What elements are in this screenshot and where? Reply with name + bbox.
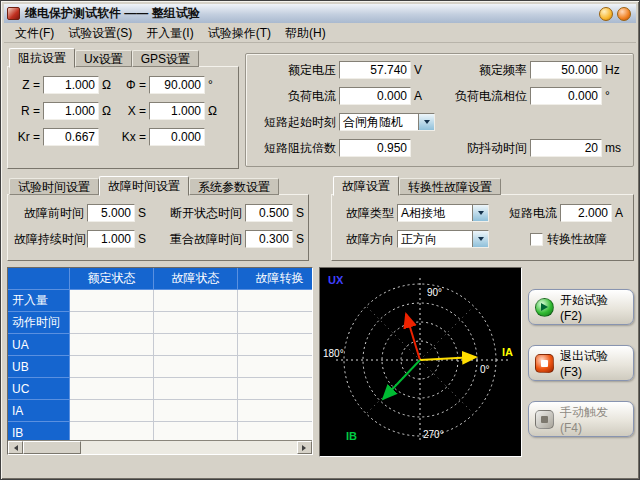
kr-input[interactable]: 0.667 xyxy=(43,128,99,146)
impedance-panel: 阻抗设置 Ux设置 GPS设置 Z = 1.000 Ω Φ = 90.000 °… xyxy=(7,47,239,169)
tab-gps[interactable]: GPS设置 xyxy=(132,50,199,67)
fault-type-value: A相接地 xyxy=(398,205,472,221)
manual-trigger-icon xyxy=(535,410,554,429)
debounce-time-input[interactable]: 20 xyxy=(530,139,602,157)
menu-test-settings[interactable]: 试验设置(S) xyxy=(61,24,139,43)
tab-convertible-fault-settings[interactable]: 转换性故障设置 xyxy=(399,178,501,195)
z-input[interactable]: 1.000 xyxy=(43,76,99,94)
fault-type-label: 故障类型 xyxy=(342,205,394,222)
start-test-button[interactable]: 开始试验(F2) xyxy=(528,289,634,325)
table-row: IA xyxy=(8,400,312,422)
kr-label: Kr = xyxy=(16,130,40,144)
menu-binary-input[interactable]: 开入量(I) xyxy=(139,24,200,43)
fault-duration-input[interactable]: 1.000 xyxy=(87,230,135,248)
start-test-label: 开始试验(F2) xyxy=(560,292,627,323)
tab-fault-time[interactable]: 故障时间设置 xyxy=(99,176,189,196)
table-corner-cell xyxy=(8,268,70,290)
fault-duration-unit: S xyxy=(138,232,146,246)
short-circuit-start-label: 短路起始时刻 xyxy=(252,114,336,131)
phi-label: Φ = xyxy=(116,78,146,92)
fault-type-select[interactable]: A相接地 xyxy=(397,204,489,222)
impedance-panel-body: Z = 1.000 Ω Φ = 90.000 ° R = 1.000 Ω X =… xyxy=(7,66,239,169)
kx-label: Kx = xyxy=(116,130,146,144)
scroll-right-button[interactable] xyxy=(297,441,312,454)
rated-voltage-input[interactable]: 57.740 xyxy=(339,61,411,79)
row-header-action-time: 动作时间 xyxy=(8,312,70,334)
table-row: UB xyxy=(8,356,312,378)
tab-fault-settings[interactable]: 故障设置 xyxy=(333,176,399,196)
tab-ux[interactable]: Ux设置 xyxy=(75,50,132,67)
rated-frequency-label: 额定频率 xyxy=(439,62,527,79)
tab-system-params[interactable]: 系统参数设置 xyxy=(189,178,279,195)
menu-help[interactable]: 帮助(H) xyxy=(278,24,333,43)
table-cell xyxy=(154,334,238,356)
minimize-button[interactable] xyxy=(599,7,613,21)
horizontal-scrollbar xyxy=(8,440,312,454)
scroll-left-icon xyxy=(11,445,18,451)
start-play-icon xyxy=(535,298,554,317)
table-cell xyxy=(238,400,313,422)
row-header-binary-input: 开入量 xyxy=(8,290,70,312)
table-row: 动作时间 xyxy=(8,312,312,334)
timing-panel: 试验时间设置 故障时间设置 系统参数设置 故障前时间 5.000 S 断开状态时… xyxy=(7,175,309,261)
load-current-phase-input[interactable]: 0.000 xyxy=(530,87,602,105)
phasor-label-180: 180° xyxy=(323,348,344,359)
reclose-fault-time-label: 重合故障时间 xyxy=(160,231,242,248)
pre-fault-time-input[interactable]: 5.000 xyxy=(87,204,135,222)
menu-test-operation[interactable]: 试验操作(T) xyxy=(201,24,278,43)
convertible-fault-checkbox[interactable] xyxy=(530,233,543,246)
close-button[interactable] xyxy=(617,7,631,21)
fault-panel: 故障设置 转换性故障设置 故障类型 A相接地 短路电流 2.000 A 故障方向… xyxy=(331,175,634,261)
fault-direction-value: 正方向 xyxy=(398,231,472,247)
chevron-down-icon[interactable] xyxy=(472,205,488,221)
chevron-down-icon[interactable] xyxy=(472,231,488,247)
table-cell xyxy=(70,312,154,334)
pre-fault-time-label: 故障前时间 xyxy=(14,205,84,222)
table-cell xyxy=(238,378,313,400)
scroll-left-button[interactable] xyxy=(8,441,23,454)
short-circuit-current-input[interactable]: 2.000 xyxy=(560,204,612,222)
row-header-ia: IA xyxy=(8,400,70,422)
window-title: 继电保护测试软件 —— 整组试验 xyxy=(25,5,200,22)
load-current-input[interactable]: 0.000 xyxy=(339,87,411,105)
short-circuit-start-select[interactable]: 合闸角随机 xyxy=(339,113,435,131)
table-cell xyxy=(154,400,238,422)
impedance-multiplier-input[interactable]: 0.950 xyxy=(339,139,411,157)
debounce-time-label: 防抖动时间 xyxy=(439,140,527,157)
phasor-panel: UX 90° 180° 0° 270° IA IB xyxy=(319,267,522,457)
column-header-fault-state: 故障状态 xyxy=(154,268,238,290)
table-cell xyxy=(70,290,154,312)
app-icon xyxy=(7,7,20,20)
row-header-ub: UB xyxy=(8,356,70,378)
r-input[interactable]: 1.000 xyxy=(43,102,99,120)
chevron-down-icon[interactable] xyxy=(418,114,434,130)
tab-test-time[interactable]: 试验时间设置 xyxy=(9,178,99,195)
scroll-thumb[interactable] xyxy=(23,441,81,454)
row-header-ua: UA xyxy=(8,334,70,356)
short-circuit-current-label: 短路电流 xyxy=(497,205,557,222)
manual-trigger-button[interactable]: 手动触发(F4) xyxy=(528,401,634,437)
menu-file[interactable]: 文件(F) xyxy=(8,24,61,43)
phasor-plot: UX 90° 180° 0° 270° IA IB xyxy=(320,268,521,456)
table-row: 开入量 xyxy=(8,290,312,312)
reclose-fault-time-unit: S xyxy=(296,232,308,246)
reclose-fault-time-input[interactable]: 0.300 xyxy=(245,230,293,248)
exit-test-button[interactable]: 退出试验(F3) xyxy=(528,345,634,381)
r-label: R = xyxy=(16,104,40,118)
open-state-time-input[interactable]: 0.500 xyxy=(245,204,293,222)
phi-input[interactable]: 90.000 xyxy=(149,76,205,94)
table-cell xyxy=(70,400,154,422)
table-row: UC xyxy=(8,378,312,400)
short-circuit-current-unit: A xyxy=(615,206,625,220)
kx-input[interactable]: 0.000 xyxy=(149,128,205,146)
tab-impedance[interactable]: 阻抗设置 xyxy=(9,48,75,68)
rated-frequency-input[interactable]: 50.000 xyxy=(530,61,602,79)
phi-unit: ° xyxy=(208,78,222,92)
scroll-right-icon xyxy=(302,445,309,451)
fault-direction-select[interactable]: 正方向 xyxy=(397,230,489,248)
x-input[interactable]: 1.000 xyxy=(149,102,205,120)
pre-fault-time-unit: S xyxy=(138,206,146,220)
titlebar: 继电保护测试软件 —— 整组试验 xyxy=(4,4,636,23)
table-cell xyxy=(70,378,154,400)
table-cell xyxy=(154,378,238,400)
